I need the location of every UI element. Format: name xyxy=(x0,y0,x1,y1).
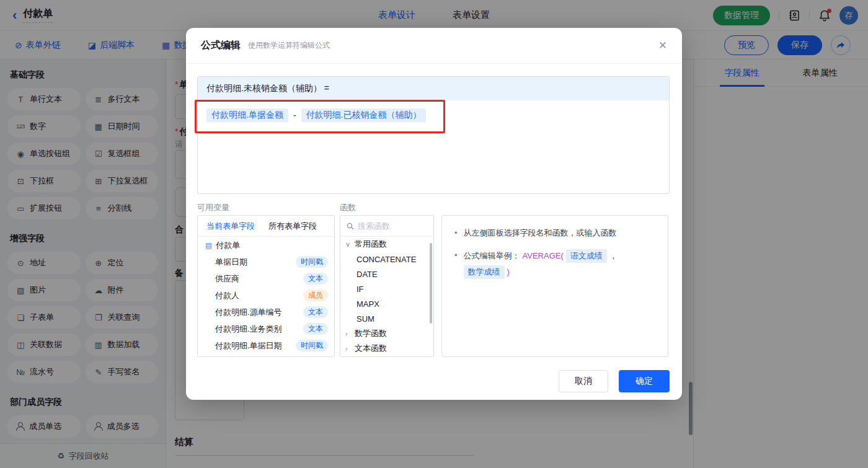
variables-section-label: 可用变量 xyxy=(197,202,229,213)
variable-name: 付款明细.业务类别 xyxy=(215,324,282,335)
bullet: • xyxy=(454,249,458,262)
help-line-2: 公式编辑举例： AVERAGE( 语文成绩 ， 数学成绩 ) xyxy=(464,249,655,279)
function-search[interactable] xyxy=(340,216,433,237)
variable-item[interactable]: 付款明细.源单编号 文本 xyxy=(198,304,334,320)
type-badge: 文本 xyxy=(303,273,328,285)
type-badge: 成员 xyxy=(303,289,328,301)
type-badge: 文本 xyxy=(303,323,328,335)
example-field-chip: 语文成绩 xyxy=(566,249,607,263)
function-group-label: 文本函数 xyxy=(355,343,387,354)
variable-tree-root[interactable]: ▤ 付款单 xyxy=(198,237,334,254)
functions-panel: ∨ 常用函数 CONCATENATE DATE IF MAPX SUM › 数学… xyxy=(340,215,434,357)
function-item[interactable]: IF xyxy=(340,281,433,296)
example-comma: ， xyxy=(609,250,618,262)
function-group-label: 数学函数 xyxy=(355,328,387,339)
variable-item[interactable]: 单据日期 时间戳 xyxy=(198,254,334,270)
formula-edit-modal: 公式编辑 使用数学运算符编辑公式 ✕ 付款明细.未核销金额（辅助） = 付款明细… xyxy=(186,28,682,400)
function-search-input[interactable] xyxy=(358,221,420,231)
cancel-button[interactable]: 取消 xyxy=(559,370,608,392)
type-badge: 时间戳 xyxy=(296,340,328,351)
variable-item[interactable]: 供应商 文本 xyxy=(198,270,334,287)
formula-editor[interactable]: 付款明细.未核销金额（辅助） = 付款明细.单据金额 - 付款明细.已核销金额（… xyxy=(197,76,670,194)
function-item[interactable]: SUM xyxy=(340,311,433,326)
close-icon[interactable]: ✕ xyxy=(658,39,667,52)
formula-target-bar: 付款明细.未核销金额（辅助） = xyxy=(198,77,669,100)
form-icon: ▤ xyxy=(205,241,212,250)
function-group-common[interactable]: ∨ 常用函数 xyxy=(340,237,433,252)
function-group-math[interactable]: › 数学函数 xyxy=(340,326,433,341)
variable-name: 付款人 xyxy=(215,290,239,301)
caret-right-icon: › xyxy=(345,330,352,337)
variable-item[interactable]: 付款明细.业务类别 文本 xyxy=(198,320,334,337)
variable-item[interactable]: 付款人 成员 xyxy=(198,287,334,304)
variable-root-label: 付款单 xyxy=(216,240,240,251)
example-close-paren: ) xyxy=(507,266,510,278)
example-label: 公式编辑举例： xyxy=(464,250,520,262)
annotation-highlight xyxy=(195,100,445,133)
function-item[interactable]: DATE xyxy=(340,267,433,281)
confirm-button[interactable]: 确定 xyxy=(619,370,670,392)
functions-section-label: 函数 xyxy=(340,202,356,213)
tab-current-form-fields[interactable]: 当前表单字段 xyxy=(206,221,255,232)
modal-title: 公式编辑 xyxy=(201,39,241,52)
caret-down-icon: ∨ xyxy=(345,241,352,249)
type-badge: 文本 xyxy=(303,306,328,318)
type-badge: 时间戳 xyxy=(296,256,328,268)
modal-subtitle: 使用数学运算符编辑公式 xyxy=(248,40,330,51)
functions-scrollbar[interactable] xyxy=(430,243,432,324)
variable-item[interactable]: 付款明细.单据日期 时间戳 xyxy=(198,337,334,354)
caret-right-icon: › xyxy=(345,345,352,352)
variable-name: 付款明细.源单编号 xyxy=(215,307,282,318)
function-item[interactable]: CONCATENATE xyxy=(340,252,433,267)
function-item[interactable]: MAPX xyxy=(340,296,433,311)
variables-panel: 当前表单字段 所有表单字段 ▤ 付款单 单据日期 时间戳 供应商 文本 付款人 … xyxy=(197,215,335,357)
search-icon xyxy=(347,223,354,230)
bullet: • xyxy=(454,227,458,239)
variable-name: 供应商 xyxy=(215,273,239,285)
example-field-chip: 数学成绩 xyxy=(464,265,505,279)
variable-name: 单据日期 xyxy=(215,257,247,268)
function-group-text[interactable]: › 文本函数 xyxy=(340,341,433,356)
variable-name: 付款明细.单据日期 xyxy=(215,340,282,351)
tab-all-form-fields[interactable]: 所有表单字段 xyxy=(268,221,317,232)
function-group-label: 常用函数 xyxy=(355,239,387,250)
help-line-1: 从左侧面板选择字段名和函数，或输入函数 xyxy=(464,227,617,239)
example-function: AVERAGE( xyxy=(523,250,564,262)
formula-help-panel: • 从左侧面板选择字段名和函数，或输入函数 • 公式编辑举例： AVERAGE(… xyxy=(441,215,668,357)
